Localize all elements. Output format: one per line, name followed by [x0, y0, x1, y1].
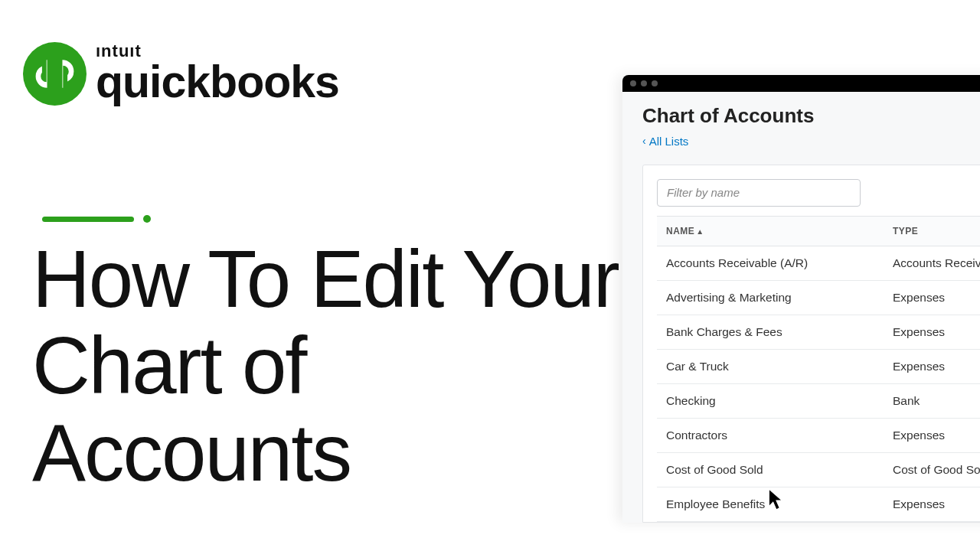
- cell-name: Bank Charges & Fees: [657, 315, 887, 349]
- cell-type: Expenses: [887, 349, 980, 383]
- table-row[interactable]: Employee BenefitsExpenses: [657, 487, 980, 521]
- quickbooks-logo: ıntuıt quickbooks: [23, 42, 339, 106]
- table-row[interactable]: CheckingBank: [657, 383, 980, 418]
- accent-rule: [42, 215, 151, 223]
- cell-type: Expenses: [887, 315, 980, 349]
- traffic-light-max-icon[interactable]: [652, 80, 658, 86]
- table-row[interactable]: Advertising & MarketingExpenses: [657, 280, 980, 315]
- cell-name: Cost of Good Sold: [657, 452, 887, 487]
- accounts-table: NAME▲ TYPE Accounts Receivable (A/R)Acco…: [657, 216, 980, 522]
- quickbooks-wordmark: quickbooks: [96, 60, 339, 105]
- svg-point-0: [23, 42, 87, 106]
- page-headline: How To Edit Your Chart of Accounts: [32, 236, 629, 496]
- cell-name: Advertising & Marketing: [657, 280, 887, 315]
- column-header-type[interactable]: TYPE: [887, 216, 980, 246]
- filter-by-name-input[interactable]: [657, 179, 861, 207]
- column-header-name[interactable]: NAME▲: [657, 216, 887, 246]
- cell-name: Checking: [657, 383, 887, 418]
- traffic-light-close-icon[interactable]: [630, 80, 636, 86]
- cell-type: Bank: [887, 383, 980, 418]
- traffic-light-min-icon[interactable]: [641, 80, 647, 86]
- window-titlebar: [622, 75, 980, 92]
- cell-type: Cost of Good Sold: [887, 452, 980, 487]
- table-row[interactable]: ContractorsExpenses: [657, 418, 980, 452]
- page-title: Chart of Accounts: [642, 104, 980, 128]
- cell-name: Contractors: [657, 418, 887, 452]
- quickbooks-mark-icon: [23, 42, 87, 106]
- cell-type: Expenses: [887, 487, 980, 521]
- cell-name: Car & Truck: [657, 349, 887, 383]
- column-header-type-label: TYPE: [893, 226, 918, 236]
- cell-name: Accounts Receivable (A/R): [657, 246, 887, 280]
- chevron-left-icon: ‹: [642, 135, 646, 147]
- sort-asc-icon: ▲: [696, 227, 704, 236]
- table-row[interactable]: Cost of Good SoldCost of Good Sold: [657, 452, 980, 487]
- cell-type: Accounts Receivable: [887, 246, 980, 280]
- back-link-label: All Lists: [649, 135, 689, 148]
- cell-type: Expenses: [887, 280, 980, 315]
- table-row[interactable]: Bank Charges & FeesExpenses: [657, 315, 980, 349]
- column-header-name-label: NAME: [666, 226, 694, 236]
- cell-type: Expenses: [887, 418, 980, 452]
- accounts-panel: NAME▲ TYPE Accounts Receivable (A/R)Acco…: [642, 165, 980, 523]
- app-window: Chart of Accounts ‹ All Lists NAME▲ TYPE: [622, 75, 980, 523]
- table-row[interactable]: Car & TruckExpenses: [657, 349, 980, 383]
- table-row[interactable]: Accounts Receivable (A/R)Accounts Receiv…: [657, 246, 980, 280]
- cell-name: Employee Benefits: [657, 487, 887, 521]
- back-all-lists-link[interactable]: ‹ All Lists: [642, 135, 688, 148]
